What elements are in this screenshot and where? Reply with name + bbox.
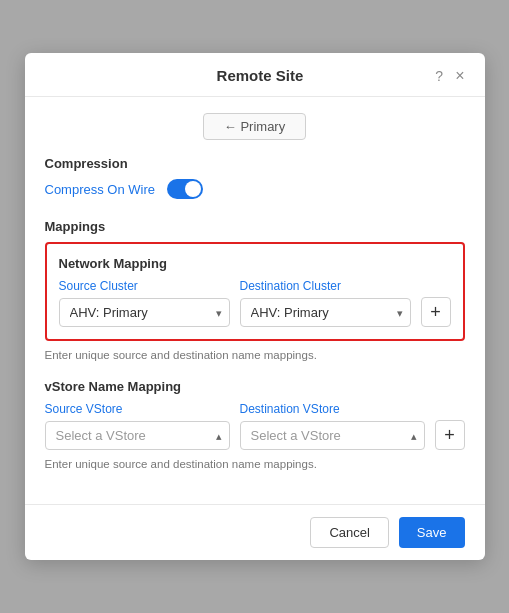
nav-placeholder[interactable]: ← Primary (203, 113, 306, 140)
save-button[interactable]: Save (399, 517, 465, 548)
network-mapping-title: Network Mapping (59, 256, 451, 271)
source-vstore-select-wrap: Select a VStore (45, 421, 230, 450)
source-vstore-label: Source VStore (45, 402, 230, 416)
modal-body: ← Primary Compression Compress On Wire M… (25, 97, 485, 504)
compression-section-label: Compression (45, 156, 465, 171)
destination-vstore-col: Destination VStore Select a VStore (240, 402, 425, 450)
modal-footer: Cancel Save (25, 504, 485, 560)
source-vstore-col: Source VStore Select a VStore (45, 402, 230, 450)
source-cluster-col: Source Cluster AHV: Primary (59, 279, 230, 327)
destination-vstore-select[interactable]: Select a VStore (240, 421, 425, 450)
toggle-row: Compress On Wire (45, 179, 465, 199)
vstore-mapping-add-button[interactable]: + (435, 420, 465, 450)
toggle-slider (167, 179, 203, 199)
compress-on-wire-label: Compress On Wire (45, 182, 156, 197)
modal-dialog: Remote Site ? × ← Primary Compression Co… (25, 53, 485, 560)
header-actions: ? × (435, 68, 464, 84)
cancel-button[interactable]: Cancel (310, 517, 388, 548)
destination-cluster-select-wrap: AHV: Primary (240, 298, 411, 327)
close-icon[interactable]: × (455, 68, 464, 84)
destination-vstore-label: Destination VStore (240, 402, 425, 416)
vstore-mapping-title: vStore Name Mapping (45, 379, 465, 394)
destination-cluster-label: Destination Cluster (240, 279, 411, 293)
network-mapping-add-button[interactable]: + (421, 297, 451, 327)
network-mapping-hint: Enter unique source and destination name… (45, 349, 465, 361)
vstore-section: vStore Name Mapping Source VStore Select… (45, 379, 465, 450)
source-cluster-select[interactable]: AHV: Primary (59, 298, 230, 327)
compression-section: Compression Compress On Wire (45, 156, 465, 199)
source-cluster-select-wrap: AHV: Primary (59, 298, 230, 327)
top-nav-area: ← Primary (45, 113, 465, 140)
vstore-mapping-hint: Enter unique source and destination name… (45, 458, 465, 470)
network-mapping-box: Network Mapping Source Cluster AHV: Prim… (45, 242, 465, 341)
modal-overlay: Remote Site ? × ← Primary Compression Co… (0, 0, 509, 613)
destination-cluster-select[interactable]: AHV: Primary (240, 298, 411, 327)
source-cluster-label: Source Cluster (59, 279, 230, 293)
destination-vstore-select-wrap: Select a VStore (240, 421, 425, 450)
mappings-section-label: Mappings (45, 219, 465, 234)
mappings-section: Mappings Network Mapping Source Cluster … (45, 219, 465, 470)
cluster-row: Source Cluster AHV: Primary Destination … (59, 279, 451, 327)
modal-title: Remote Site (85, 67, 436, 84)
vstore-row: Source VStore Select a VStore Destinatio… (45, 402, 465, 450)
destination-cluster-col: Destination Cluster AHV: Primary (240, 279, 411, 327)
modal-header: Remote Site ? × (25, 53, 485, 97)
help-icon[interactable]: ? (435, 69, 443, 83)
compress-on-wire-toggle[interactable] (167, 179, 203, 199)
source-vstore-select[interactable]: Select a VStore (45, 421, 230, 450)
